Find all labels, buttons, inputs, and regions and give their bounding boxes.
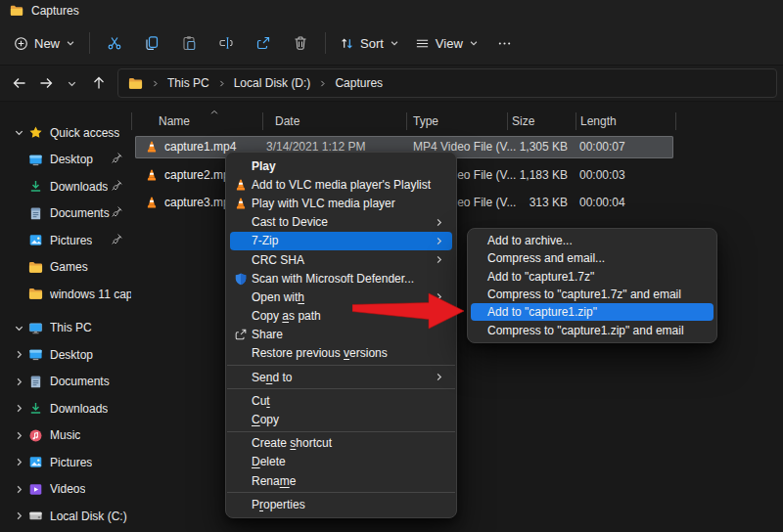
window-tab-title[interactable]: Captures <box>31 4 79 18</box>
menu-icon-spacer <box>234 214 252 230</box>
more-options-button[interactable] <box>486 27 524 59</box>
column-divider[interactable] <box>406 112 407 130</box>
menu-icon-spacer <box>234 370 252 385</box>
address-field[interactable]: This PC Local Disk (D:) Captures <box>117 68 777 98</box>
sidebar-item-label: Desktop <box>50 348 93 362</box>
column-divider[interactable] <box>131 112 132 130</box>
sidebar-item-windows-11-capptu[interactable]: windows 11 capptu <box>0 281 131 308</box>
submenu-item-add-to-archive-[interactable]: Add to archive... <box>471 232 714 249</box>
sidebar-section-this-pc[interactable]: This PC <box>0 315 131 342</box>
file-size: 313 KB <box>460 192 568 214</box>
context-menu-item-crc-sha[interactable]: CRC SHA <box>230 250 452 269</box>
share-button[interactable] <box>245 27 282 59</box>
submenu-item-add-to-capture1-zip-[interactable]: Add to "capture1.zip" <box>471 303 714 321</box>
context-menu-item-play-with-vlc-media-player[interactable]: Play with VLC media player <box>230 194 452 212</box>
column-header-size[interactable]: Size <box>512 109 534 134</box>
menu-item-label: Copy as path <box>252 309 321 323</box>
submenu-item-add-to-capture1-7z-[interactable]: Add to "capture1.7z" <box>471 268 714 286</box>
submenu-item-compress-to-capture1-7z-and-email[interactable]: Compress to "capture1.7z" and email <box>471 286 714 303</box>
context-menu-item-copy[interactable]: Copy <box>230 410 452 428</box>
menu-icon-spacer <box>234 289 252 305</box>
up-button[interactable] <box>85 69 112 97</box>
chevron-right-icon[interactable] <box>10 349 27 360</box>
submenu-item-compress-and-email-[interactable]: Compress and email... <box>471 249 714 267</box>
column-divider[interactable] <box>262 112 263 130</box>
cut-button[interactable] <box>96 27 133 59</box>
column-header-length[interactable]: Length <box>580 109 617 134</box>
context-menu-item-properties[interactable]: Properties <box>230 495 452 513</box>
address-bar: This PC Local Disk (D:) Captures <box>0 66 783 102</box>
context-menu-item-cut[interactable]: Cut <box>230 391 452 410</box>
context-menu-item-play[interactable]: Play <box>230 156 452 175</box>
view-button[interactable]: View <box>407 27 486 59</box>
chevron-right-icon[interactable] <box>10 430 27 441</box>
chevron-right-icon[interactable] <box>10 457 27 467</box>
context-menu-item-delete[interactable]: Delete <box>230 453 452 471</box>
file-length: 00:00:07 <box>579 136 625 158</box>
sort-button[interactable]: Sort <box>332 27 407 59</box>
column-header-date[interactable]: Date <box>275 109 299 134</box>
sidebar-item-desktop[interactable]: Desktop <box>0 341 131 369</box>
menu-separator <box>227 388 455 389</box>
menu-icon-spacer <box>234 308 252 324</box>
documents-icon <box>27 206 43 221</box>
submenu-item-compress-to-capture1-zip-and-email[interactable]: Compress to "capture1.zip" and email <box>471 321 714 338</box>
star-icon <box>27 125 43 140</box>
menu-item-label: Create shortcut <box>252 436 332 450</box>
sidebar-item-videos[interactable]: Videos <box>0 476 131 504</box>
breadcrumb-captures[interactable]: Captures <box>335 76 383 90</box>
context-menu-item-restore-previous-versions[interactable]: Restore previous versions <box>230 344 452 363</box>
breadcrumb-local-disk-d[interactable]: Local Disk (D:) <box>234 76 311 90</box>
sidebar-item-documents[interactable]: Documents <box>0 369 131 396</box>
menu-separator <box>227 365 455 366</box>
new-button[interactable]: New <box>6 27 83 59</box>
sidebar-item-games[interactable]: Games <box>0 254 131 282</box>
copy-icon <box>144 35 160 51</box>
sidebar-item-documents[interactable]: Documents <box>0 200 131 228</box>
context-menu-item-rename[interactable]: Rename <box>230 471 452 490</box>
sidebar-item-desktop[interactable]: Desktop <box>0 147 131 174</box>
column-divider[interactable] <box>576 112 576 130</box>
breadcrumb-this-pc[interactable]: This PC <box>167 76 209 90</box>
chevron-right-icon[interactable] <box>10 377 27 387</box>
folder-icon <box>128 76 143 91</box>
forward-button[interactable] <box>32 69 59 97</box>
column-divider[interactable] <box>675 112 676 130</box>
file-size: 1,305 KB <box>460 136 568 158</box>
chevron-right-icon[interactable] <box>10 484 27 495</box>
back-button[interactable] <box>6 69 32 97</box>
chevron-right-icon[interactable] <box>10 403 27 414</box>
paste-button[interactable] <box>170 27 207 59</box>
file-size: 1,183 KB <box>460 164 568 187</box>
chevron-down-icon[interactable] <box>10 127 27 138</box>
recent-locations-button[interactable] <box>59 69 85 97</box>
sidebar-item-local-disk-c-[interactable]: Local Disk (C:) <box>0 503 131 530</box>
sidebar-item-music[interactable]: Music <box>0 422 131 450</box>
context-menu-item-create-shortcut[interactable]: Create shortcut <box>230 434 452 453</box>
column-header-type[interactable]: Type <box>413 109 438 134</box>
pin-icon <box>111 233 123 248</box>
menu-item-label: Play with VLC media player <box>252 197 395 210</box>
context-menu-item-add-to-vlc-media-player-s-playlist[interactable]: Add to VLC media player's Playlist <box>230 175 452 194</box>
menu-item-label: Restore previous versions <box>252 346 388 360</box>
context-menu-item-7-zip[interactable]: 7-Zip <box>230 232 452 250</box>
context-menu-item-cast-to-device[interactable]: Cast to Device <box>230 213 452 232</box>
sidebar-section-quick-access[interactable]: Quick access <box>0 119 131 147</box>
submenu-item-label: Add to archive... <box>487 234 573 247</box>
context-menu-item-send-to[interactable]: Send to <box>230 368 452 386</box>
title-bar: Captures <box>0 0 783 22</box>
sidebar-item-downloads[interactable]: Downloads <box>0 395 131 422</box>
rename-button[interactable] <box>207 27 245 59</box>
sidebar-item-pictures[interactable]: Pictures <box>0 449 131 476</box>
delete-button[interactable] <box>282 27 319 59</box>
copy-button[interactable] <box>133 27 170 59</box>
menu-item-label: Play <box>252 159 276 173</box>
column-header-name[interactable]: Name <box>159 109 190 134</box>
view-lines-icon <box>415 36 430 51</box>
column-divider[interactable] <box>507 112 508 130</box>
menu-item-label: CRC SHA <box>252 253 304 267</box>
sidebar-item-pictures[interactable]: Pictures <box>0 227 131 254</box>
chevron-right-icon[interactable] <box>10 510 27 521</box>
sidebar-item-downloads[interactable]: Downloads <box>0 173 131 200</box>
chevron-down-icon[interactable] <box>10 323 27 333</box>
